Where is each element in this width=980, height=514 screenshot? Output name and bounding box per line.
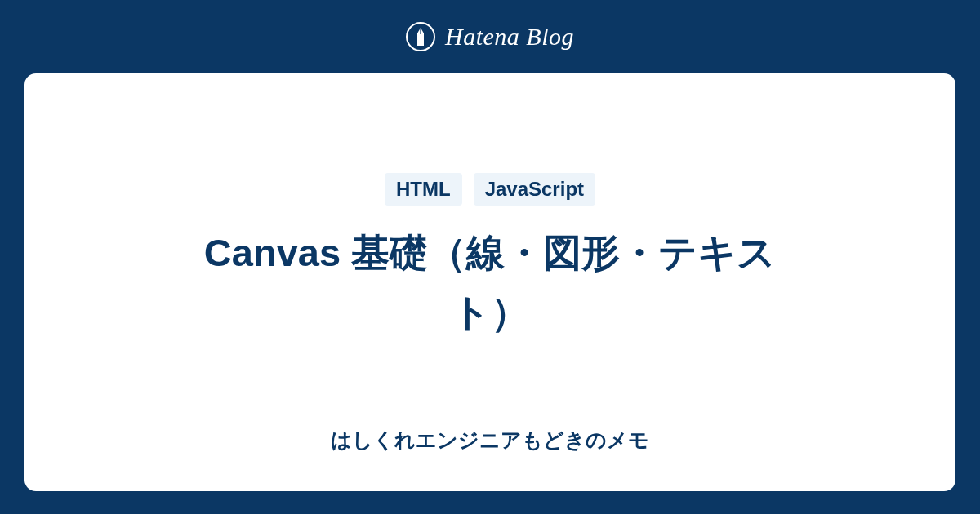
tag-html[interactable]: HTML xyxy=(385,173,462,206)
blog-name: はしくれエンジニアもどきのメモ xyxy=(331,427,649,454)
tag-javascript[interactable]: JavaScript xyxy=(474,173,595,206)
hatena-pen-icon xyxy=(406,22,435,51)
header: Hatena Blog xyxy=(0,0,980,73)
brand-name: Hatena Blog xyxy=(445,23,574,51)
article-title: Canvas 基礎（線・図形・テキスト） xyxy=(172,224,808,343)
pen-icon xyxy=(415,28,426,46)
article-card: HTML JavaScript Canvas 基礎（線・図形・テキスト） はしく… xyxy=(24,73,956,491)
tag-list: HTML JavaScript xyxy=(385,173,595,206)
svg-rect-0 xyxy=(417,43,424,46)
